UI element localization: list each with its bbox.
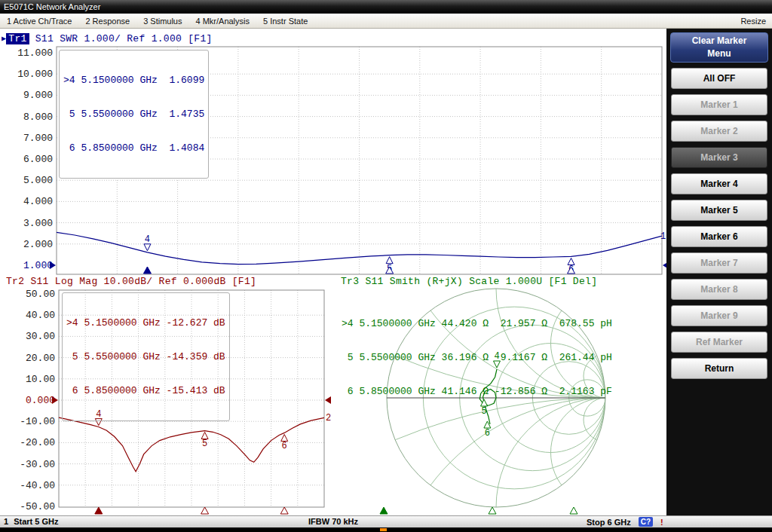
y-tick-label: 8.000 [23, 112, 53, 123]
status-alert-icon: ! [660, 518, 663, 527]
softkey-menu-title-line1: Clear Marker [671, 35, 767, 47]
marker-readout-line: 5 5.5500000 GHz 36.196 Ω 9.1167 Ω 261.44… [342, 352, 612, 363]
marker-readout-line: 6 5.8500000 GHz 1.4084 [63, 142, 204, 154]
menu-item-resize[interactable]: Resize [734, 14, 772, 28]
marker-6-indicator[interactable] [281, 434, 288, 441]
softkey-marker-3[interactable]: Marker 3 [671, 147, 767, 168]
status-bar: 1 Start 5 GHz IFBW 70 kHz Stop 6 GHz C? … [0, 515, 772, 527]
status-channel: 1 [4, 517, 8, 526]
y-tick-label: 7.000 [23, 133, 53, 144]
tr1-title: S11 SWR 1.000/ Ref 1.000 [F1] [29, 33, 213, 44]
marker-readout-line: 6 5.8500000 GHz 41.146 Ω -12.856 Ω 2.116… [342, 386, 612, 397]
title-bar[interactable]: E5071C Network Analyzer [0, 0, 772, 14]
softkey-marker-6[interactable]: Marker 6 [671, 226, 767, 247]
y-tick-label: 6.000 [23, 154, 53, 165]
y-tick-label: 50.00 [26, 289, 55, 300]
softkey-marker-4[interactable]: Marker 4 [671, 173, 767, 194]
tr1-header: ▶Tr1 S11 SWR 1.000/ Ref 1.000 [F1] [2, 33, 213, 44]
status-correction-badge: C? [639, 517, 653, 527]
softkey-marker-2[interactable]: Marker 2 [671, 121, 767, 142]
bottom-strip [0, 527, 772, 532]
y-tick-label: -50.00 [20, 501, 55, 512]
softkey-menu-title: Clear Marker Menu [670, 32, 768, 63]
ref-level-marker-left [50, 261, 56, 269]
trace-number-label: 2 [326, 413, 331, 423]
marker-5-indicator[interactable] [386, 257, 393, 264]
marker-5-label: 5 [202, 439, 207, 449]
softkey-all-off[interactable]: All OFF [671, 68, 767, 89]
marker-6-label: 6 [485, 428, 490, 439]
y-tick-label: 5.000 [23, 175, 53, 186]
menu-item-response[interactable]: 2 Response [78, 14, 136, 28]
trace-number-label: 1 [660, 231, 666, 242]
softkey-marker-9[interactable]: Marker 9 [671, 305, 767, 326]
marker-4-indicator[interactable] [144, 244, 151, 251]
menu-bar: 1 Active Ch/Trace 2 Response 3 Stimulus … [0, 14, 772, 29]
y-tick-label: 40.00 [26, 310, 55, 321]
stimulus-marker-5[interactable] [489, 507, 496, 514]
menu-item-stimulus[interactable]: 3 Stimulus [136, 14, 188, 28]
y-tick-label: 10.000 [17, 69, 53, 80]
y-tick-label: -10.00 [20, 416, 55, 427]
y-tick-label: 9.000 [23, 90, 53, 101]
ref-level-marker-right [325, 396, 331, 404]
marker-4-label: 4 [145, 234, 150, 245]
marker-readout-line: >4 5.1500000 GHz 1.6099 [63, 75, 204, 86]
marker-6-label: 6 [282, 441, 287, 451]
marker-readout-line: >4 5.1500000 GHz 44.420 Ω 21.957 Ω 678.5… [342, 318, 612, 329]
y-tick-label: 11.000 [17, 47, 53, 59]
tr2-header: Tr2 S11 Log Mag 10.00dB/ Ref 0.000dB [F1… [6, 276, 256, 287]
y-tick-label: -30.00 [20, 459, 55, 470]
menu-item-mkr-analysis[interactable]: 4 Mkr/Analysis [188, 14, 256, 28]
y-tick-label: -20.00 [20, 437, 55, 448]
softkey-marker-8[interactable]: Marker 8 [671, 279, 767, 300]
softkey-marker-1[interactable]: Marker 1 [671, 94, 767, 115]
e5071c-screen: E5071C Network Analyzer 1 Active Ch/Trac… [0, 0, 772, 532]
softkey-return[interactable]: Return [671, 358, 767, 379]
y-tick-label: 0.000 [26, 395, 55, 406]
marker-5-indicator[interactable] [201, 432, 208, 439]
marker-readout-line: 5 5.5500000 GHz -14.359 dB [66, 351, 225, 362]
stimulus-marker-4[interactable] [95, 507, 103, 514]
softkey-marker-7[interactable]: Marker 7 [671, 252, 767, 274]
y-tick-label: 2.000 [23, 239, 53, 250]
status-stop: Stop 6 GHz [587, 518, 631, 527]
menu-item-instr-state[interactable]: 5 Instr State [256, 14, 314, 28]
y-tick-label: 10.00 [26, 374, 55, 385]
window-title: E5071C Network Analyzer [4, 2, 100, 11]
y-tick-label: 30.00 [26, 331, 55, 342]
ref-level-marker-left [52, 396, 58, 404]
stimulus-marker-6[interactable] [280, 507, 288, 514]
tr3-marker-readout: >4 5.1500000 GHz 44.420 Ω 21.957 Ω 678.5… [338, 294, 616, 421]
marker-6-indicator[interactable] [568, 258, 574, 264]
stimulus-marker-6[interactable] [570, 507, 577, 514]
y-tick-label: -40.00 [20, 480, 55, 491]
softkey-ref-marker[interactable]: Ref Marker [671, 332, 767, 353]
status-ifbw: IFBW 70 kHz [308, 517, 358, 526]
menu-item-active-ch-trace[interactable]: 1 Active Ch/Trace [0, 14, 78, 28]
tr2-marker-readout: >4 5.1500000 GHz -12.627 dB 5 5.5500000 … [62, 292, 230, 421]
tr3-header: Tr3 S11 Smith (R+jX) Scale 1.000U [F1 De… [341, 276, 597, 287]
stimulus-marker-5[interactable] [201, 507, 209, 514]
marker-readout-line: 5 5.5500000 GHz 1.4735 [63, 109, 204, 120]
softkey-marker-5[interactable]: Marker 5 [671, 200, 767, 221]
graph-area: ▶Tr1 S11 SWR 1.000/ Ref 1.000 [F1] 11.00… [0, 29, 666, 515]
y-tick-label: 1.000 [23, 260, 53, 271]
tr1-badge: Tr1 [6, 33, 29, 44]
tr2-title: Tr2 S11 Log Mag 10.00dB/ Ref 0.000dB [F1… [6, 276, 256, 287]
status-start: Start 5 GHz [14, 517, 58, 526]
softkey-menu-title-line2: Menu [671, 47, 767, 60]
tr1-marker-readout: >4 5.1500000 GHz 1.6099 5 5.5500000 GHz … [59, 50, 209, 179]
softkey-panel: Clear Marker Menu All OFF Marker 1 Marke… [666, 29, 772, 515]
y-tick-label: 3.000 [23, 218, 53, 229]
tr3-title: Tr3 S11 Smith (R+jX) Scale 1.000U [F1 De… [341, 276, 597, 287]
marker-readout-line: >4 5.1500000 GHz -12.627 dB [66, 317, 225, 329]
marker-readout-line: 6 5.8500000 GHz -15.413 dB [66, 385, 225, 396]
stimulus-marker-4[interactable] [380, 507, 388, 514]
y-tick-label: 4.000 [23, 196, 53, 207]
y-tick-label: 20.00 [26, 353, 55, 364]
sweep-indicator [380, 528, 387, 531]
stimulus-marker-4[interactable] [143, 267, 151, 274]
